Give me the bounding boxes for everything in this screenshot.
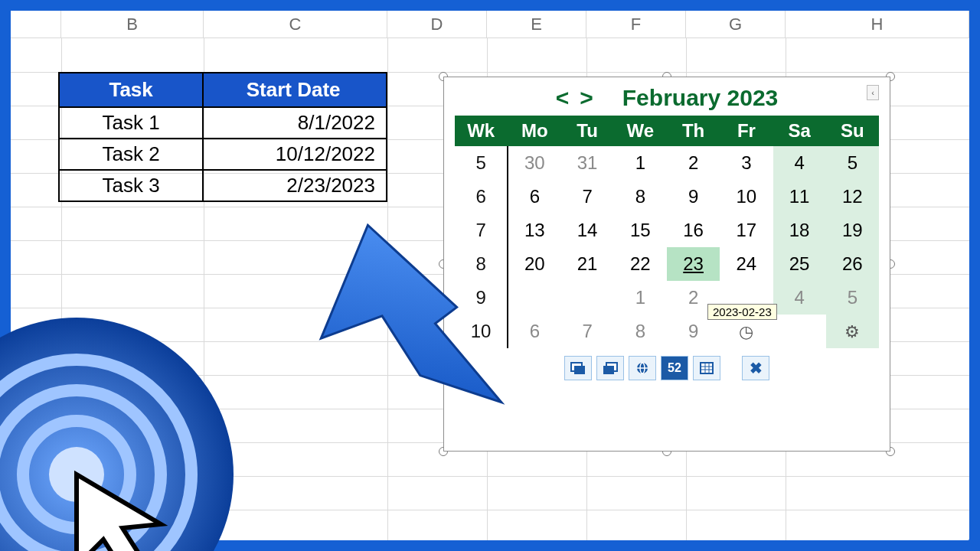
- svg-rect-1: [574, 366, 585, 374]
- day-header: We: [614, 116, 667, 146]
- day-cell[interactable]: 22: [614, 247, 667, 281]
- day-cell[interactable]: 10: [720, 180, 773, 214]
- day-cell[interactable]: 12: [826, 180, 879, 214]
- collapse-icon[interactable]: ‹: [867, 85, 879, 100]
- gear-icon[interactable]: ⚙: [844, 322, 860, 341]
- grid-button[interactable]: [693, 356, 720, 380]
- day-cell[interactable]: 1: [614, 146, 667, 180]
- day-cell[interactable]: 1: [614, 281, 667, 315]
- col-header[interactable]: F: [586, 11, 686, 38]
- day-header: Wk: [455, 116, 508, 146]
- day-cell[interactable]: 4: [773, 281, 826, 315]
- day-cell[interactable]: 23: [667, 247, 720, 281]
- svg-rect-7: [701, 363, 713, 373]
- day-header: Mo: [508, 116, 560, 146]
- picker-toolbar: 52✖: [455, 356, 879, 380]
- col-header[interactable]: H: [786, 11, 969, 38]
- date-cell[interactable]: 8/1/2022: [204, 108, 386, 138]
- brand-logo: [0, 314, 237, 551]
- day-cell[interactable]: 6: [508, 180, 560, 214]
- col-header[interactable]: C: [204, 11, 387, 38]
- col-header[interactable]: G: [686, 11, 786, 38]
- column-headers: B C D E F G H: [11, 11, 969, 38]
- day-cell[interactable]: 25: [773, 247, 826, 281]
- day-cell[interactable]: 16: [667, 214, 720, 247]
- settings-cell[interactable]: ⚙: [826, 315, 879, 348]
- day-cell[interactable]: 5: [826, 146, 879, 180]
- date-tooltip: 2023-02-23: [707, 304, 777, 320]
- day-header: Fr: [720, 116, 773, 146]
- task-cell[interactable]: Task 1: [60, 108, 204, 138]
- col-header[interactable]: D: [387, 11, 487, 38]
- day-cell[interactable]: 14: [561, 214, 614, 247]
- day-header: Th: [667, 116, 720, 146]
- day-cell[interactable]: 11: [773, 180, 826, 214]
- date-cell[interactable]: 2/23/2023: [204, 171, 386, 201]
- day-cell[interactable]: 7: [561, 180, 614, 214]
- calendar-grid: WkMoTuWeThFrSaSu 53031123456678910111271…: [455, 116, 879, 348]
- task-table: Task Start Date Task 1 8/1/2022 Task 2 1…: [58, 72, 387, 202]
- month-nav: < > February 2023: [455, 85, 879, 111]
- app-frame: B C D E F G H: [0, 0, 980, 551]
- day-cell[interactable]: 31: [561, 146, 614, 180]
- day-cell[interactable]: [773, 315, 826, 348]
- table-row[interactable]: Task 1 8/1/2022: [60, 106, 386, 138]
- day-cell[interactable]: 13: [508, 214, 560, 247]
- date-cell[interactable]: 10/12/2022: [204, 139, 386, 169]
- task-cell[interactable]: Task 2: [60, 139, 204, 169]
- week-number: 9: [455, 281, 508, 315]
- day-cell[interactable]: 15: [614, 214, 667, 247]
- day-cell[interactable]: 30: [508, 146, 560, 180]
- day-cell[interactable]: 6: [508, 315, 560, 348]
- day-cell[interactable]: 19: [826, 214, 879, 247]
- day-header: Sa: [773, 116, 826, 146]
- day-header: Tu: [561, 116, 614, 146]
- table-row[interactable]: Task 3 2/23/2023: [60, 169, 386, 201]
- day-cell[interactable]: 4: [773, 146, 826, 180]
- day-cell[interactable]: 26: [826, 247, 879, 281]
- day-cell[interactable]: 7: [561, 315, 614, 348]
- col-header[interactable]: E: [487, 11, 586, 38]
- date-picker: ‹ < > February 2023 WkMoTuWeThFrSaSu 530…: [443, 77, 890, 452]
- day-cell[interactable]: 20: [508, 247, 560, 281]
- week-number: 6: [455, 180, 508, 214]
- day-cell[interactable]: 9: [667, 180, 720, 214]
- window1-button[interactable]: [564, 356, 592, 380]
- next-month-button[interactable]: >: [580, 85, 593, 111]
- close-button[interactable]: ✖: [742, 356, 769, 380]
- window2-button[interactable]: [596, 356, 624, 380]
- col-header[interactable]: B: [61, 11, 204, 38]
- week52-button[interactable]: 52: [661, 356, 688, 380]
- week-number: 8: [455, 247, 508, 281]
- prev-month-button[interactable]: <: [556, 85, 570, 111]
- header-start-date: Start Date: [204, 73, 386, 106]
- day-cell[interactable]: 18: [773, 214, 826, 247]
- day-cell[interactable]: 3: [720, 146, 773, 180]
- week-number: 7: [455, 214, 508, 247]
- day-cell[interactable]: 8: [614, 315, 667, 348]
- day-cell[interactable]: 5: [826, 281, 879, 315]
- day-cell[interactable]: 8: [614, 180, 667, 214]
- day-cell[interactable]: 17: [720, 214, 773, 247]
- day-cell[interactable]: 21: [561, 247, 614, 281]
- table-row[interactable]: Task 2 10/12/2022: [60, 138, 386, 169]
- week-number: 5: [455, 146, 508, 180]
- clock-icon[interactable]: ◷: [739, 322, 753, 341]
- svg-rect-3: [603, 366, 614, 374]
- embedded-object[interactable]: ‹ < > February 2023 WkMoTuWeThFrSaSu 530…: [436, 69, 898, 459]
- globe-button[interactable]: [629, 356, 656, 380]
- day-header: Su: [826, 116, 879, 146]
- day-cell[interactable]: 2: [667, 146, 720, 180]
- week-number: 10: [455, 315, 508, 348]
- header-task: Task: [60, 73, 204, 106]
- month-title: February 2023: [622, 85, 778, 111]
- task-cell[interactable]: Task 3: [60, 171, 204, 201]
- day-cell[interactable]: 24: [720, 247, 773, 281]
